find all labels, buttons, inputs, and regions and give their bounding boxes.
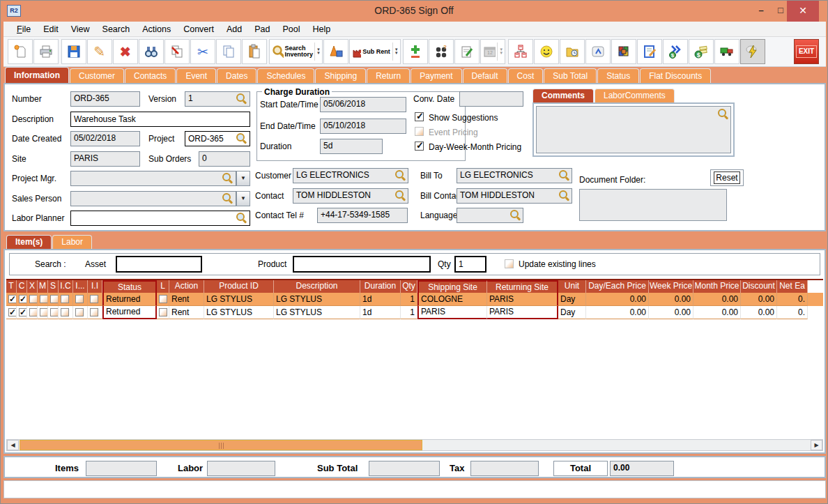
column-header-month_price[interactable]: Month Price <box>693 280 741 293</box>
cell-unit[interactable]: Day <box>558 293 586 306</box>
tab-labor[interactable]: Labor <box>52 235 92 249</box>
scroll-right-button[interactable]: ▶ <box>811 440 822 450</box>
paste-button[interactable] <box>242 39 267 64</box>
cell-checkbox-s[interactable] <box>50 308 59 316</box>
comments-field[interactable] <box>536 106 731 153</box>
tab-cost[interactable]: Cost <box>508 68 544 83</box>
cell-week_price[interactable]: 0.00 <box>649 293 693 306</box>
start-date-field[interactable]: 05/06/2018 <box>320 97 406 112</box>
cell-ic[interactable] <box>59 293 73 306</box>
cell-month_price[interactable]: 0.00 <box>693 293 741 306</box>
column-header-net_ea[interactable]: Net Ea <box>777 280 808 293</box>
tab-status[interactable]: Status <box>597 68 639 83</box>
project-mgr-dropdown[interactable]: ▼ <box>236 171 250 186</box>
cell-m[interactable] <box>38 293 48 306</box>
cell-day_each_price[interactable]: 0.00 <box>586 306 649 319</box>
cut-button[interactable]: ✂ <box>190 39 215 64</box>
tab-event[interactable]: Event <box>176 68 216 83</box>
cell-duration[interactable]: 1d <box>360 306 401 319</box>
language-search-icon[interactable] <box>510 210 520 220</box>
tab-labor-comments[interactable]: LaborComments <box>595 89 675 102</box>
cell-action[interactable]: Rent <box>169 293 204 306</box>
column-header-status[interactable]: Status <box>102 280 157 293</box>
cell-checkbox-c[interactable] <box>19 295 27 303</box>
copy-special-button[interactable] <box>164 39 190 64</box>
show-suggestions-checkbox[interactable] <box>415 112 424 121</box>
update-existing-lines-checkbox[interactable] <box>505 259 514 268</box>
cell-qty[interactable]: 1 <box>401 306 417 319</box>
cell-t[interactable] <box>6 306 17 319</box>
cell-unit[interactable]: Day <box>558 306 586 319</box>
edit-button[interactable]: ✎ <box>87 39 112 64</box>
dropdown-arrows-icon[interactable]: ▼▼ <box>497 43 503 61</box>
cell-product_id[interactable]: LG STYLUS <box>204 293 274 306</box>
sub-rent-button[interactable]: Sub Rent ▼▼ <box>349 39 401 64</box>
horizontal-scrollbar[interactable]: ◀ ▶ <box>6 439 823 451</box>
contact-search-icon[interactable] <box>395 190 405 200</box>
find-button[interactable] <box>139 39 164 64</box>
menu-file[interactable]: File <box>10 24 37 34</box>
cell-checkbox-m[interactable] <box>40 308 48 316</box>
notes-button[interactable] <box>454 39 480 64</box>
bill-contact-field[interactable]: TOM HIDDLESTON <box>457 188 572 204</box>
sales-person-field[interactable] <box>70 191 236 206</box>
menu-add[interactable]: Add <box>220 24 248 34</box>
cell-status[interactable]: Returned <box>102 293 157 306</box>
tab-flat-discounts[interactable]: Flat Discounts <box>640 68 711 83</box>
new-document-button[interactable] <box>8 39 33 64</box>
column-header-ii[interactable]: I.I <box>88 280 102 293</box>
bill-to-field[interactable]: LG ELECTRONICS <box>457 168 572 183</box>
cell-s[interactable] <box>48 293 59 306</box>
cell-ii[interactable] <box>88 306 102 319</box>
tab-customer[interactable]: Customer <box>70 68 124 83</box>
cell-checkbox-ii[interactable] <box>90 308 98 316</box>
cell-shipping_site[interactable]: PARIS <box>417 306 487 319</box>
exit-button[interactable]: EXIT <box>794 39 819 64</box>
table-row[interactable]: ReturnedRentLG STYLUSLG STYLUS1d1COLOGNE… <box>6 293 823 306</box>
comments-search-icon[interactable] <box>718 109 728 119</box>
cell-ii[interactable] <box>88 293 102 306</box>
project-mgr-field[interactable] <box>70 171 236 186</box>
menu-pad[interactable]: Pad <box>248 24 276 34</box>
cell-action[interactable]: Rent <box>169 306 204 319</box>
search-inventory-button[interactable]: Search Inventory ▼▼ <box>269 39 323 64</box>
tab-information[interactable]: Information <box>5 67 69 83</box>
tab-payment[interactable]: Payment <box>411 68 461 83</box>
cell-checkbox-ii[interactable] <box>90 295 98 303</box>
cell-checkbox-t[interactable] <box>8 308 17 316</box>
scrollbar-thumb[interactable] <box>20 440 422 450</box>
customer-field[interactable]: LG ELECTRONICS <box>293 168 408 183</box>
menu-view[interactable]: View <box>65 24 96 34</box>
column-header-day_each_price[interactable]: Day/Each Price <box>586 280 649 293</box>
column-header-idots[interactable]: I... <box>73 280 88 293</box>
column-header-s[interactable]: S <box>48 280 59 293</box>
transport-button[interactable] <box>714 39 739 64</box>
column-header-returning_site[interactable]: Returning Site <box>487 280 558 293</box>
column-header-discount[interactable]: Discount <box>741 280 777 293</box>
cell-t[interactable] <box>6 293 17 306</box>
cell-net_ea[interactable]: 0. <box>777 293 808 306</box>
column-header-week_price[interactable]: Week Price <box>649 280 693 293</box>
version-search-icon[interactable] <box>236 93 246 103</box>
cell-returning_site[interactable]: PARIS <box>487 306 558 319</box>
cell-day_each_price[interactable]: 0.00 <box>586 293 649 306</box>
tab-dates[interactable]: Dates <box>217 68 256 83</box>
folder-history-button[interactable] <box>560 39 585 64</box>
cell-s[interactable] <box>48 306 59 319</box>
duration-field[interactable]: 5d <box>320 139 383 154</box>
cell-l[interactable] <box>157 306 169 319</box>
cell-checkbox-l[interactable] <box>159 295 167 303</box>
column-header-description[interactable]: Description <box>274 280 360 293</box>
qty-input[interactable] <box>454 256 486 273</box>
end-date-field[interactable]: 05/10/2018 <box>320 119 406 134</box>
shortcut-key-button[interactable] <box>585 39 611 64</box>
inventory-blocks-button[interactable] <box>611 39 636 64</box>
menu-edit[interactable]: Edit <box>37 24 65 34</box>
close-button[interactable]: ✕ <box>787 1 819 22</box>
tab-default[interactable]: Default <box>463 68 507 83</box>
cell-description[interactable]: LG STYLUS <box>274 306 360 319</box>
column-header-qty[interactable]: Qty <box>401 280 417 293</box>
cell-qty[interactable]: 1 <box>401 293 417 306</box>
cell-checkbox-t[interactable] <box>8 295 17 303</box>
customer-search-icon[interactable] <box>395 170 405 180</box>
